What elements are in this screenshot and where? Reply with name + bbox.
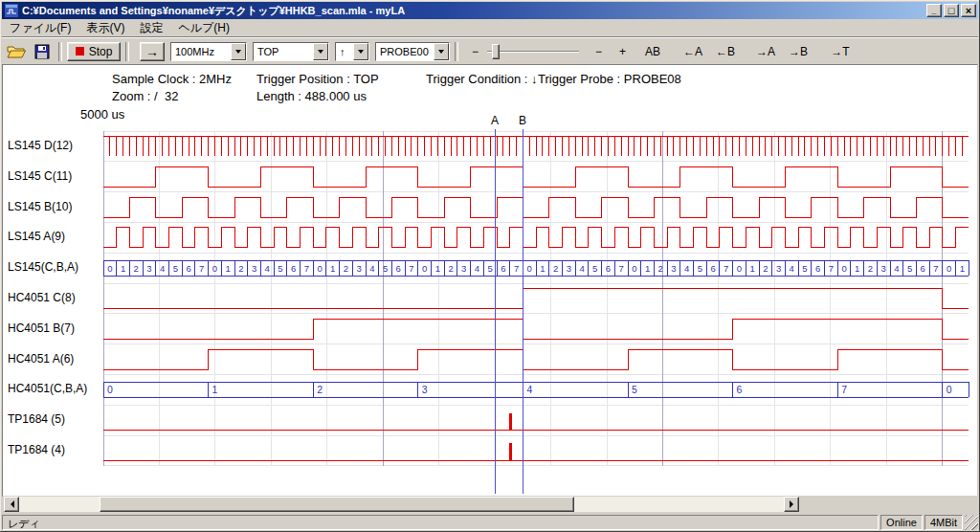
move-right-to-a-button[interactable]: →A — [751, 43, 780, 60]
zoom-in-button[interactable]: + — [614, 43, 631, 60]
move-left-to-a-button[interactable]: ←A — [679, 43, 707, 60]
status-message: レディ — [2, 515, 879, 530]
toolbar-separator — [125, 42, 129, 61]
trigger-position-select[interactable]: TOP — [253, 42, 329, 61]
trigger-position-info: Trigger Position : TOP — [256, 72, 379, 86]
trigger-condition-info: Trigger Condition : ↓ — [426, 72, 538, 86]
zoom-out-button[interactable]: − — [590, 43, 607, 60]
scroll-left-button[interactable] — [4, 497, 19, 512]
scrollbar-thumb[interactable] — [100, 497, 574, 512]
sample-clock-value: 100MHz — [171, 43, 231, 60]
menu-file[interactable]: ファイル(F) — [2, 18, 78, 38]
toolbar-separator — [58, 42, 62, 61]
trigger-edge-value: ↑ — [336, 43, 353, 60]
status-online: Online — [880, 515, 923, 530]
window-title: C:¥Documents and Settings¥noname¥デスクトップ¥… — [22, 4, 926, 18]
chevron-down-icon[interactable] — [434, 43, 449, 60]
trigger-probe-value: PROBE00 — [376, 43, 434, 60]
chevron-down-icon[interactable] — [313, 43, 328, 60]
stop-button[interactable]: Stop — [67, 42, 121, 61]
menu-help[interactable]: ヘルプ(H) — [170, 18, 237, 38]
app-icon — [5, 4, 18, 17]
menu-bar: ファイル(F) 表示(V) 設定 ヘルプ(H) — [2, 19, 978, 37]
open-button[interactable] — [5, 41, 28, 62]
zoom-slider-handle[interactable] — [492, 44, 500, 59]
window-controls: _ □ × — [926, 4, 976, 17]
triangle-right-icon — [790, 500, 797, 508]
triangle-left-icon — [7, 500, 14, 508]
trigger-position-value: TOP — [254, 43, 313, 60]
zoom-slider[interactable] — [487, 42, 579, 61]
save-button[interactable] — [31, 41, 54, 62]
trigger-probe-info: Trigger Probe : PROBE08 — [538, 72, 681, 86]
resize-grip[interactable] — [965, 515, 978, 530]
status-memory: 4MBit — [924, 515, 963, 530]
sample-clock-info: Sample Clock : 2MHz — [112, 72, 232, 86]
slider-min-label: − — [467, 43, 483, 60]
length-info: Length : 488.000 us — [256, 89, 367, 103]
horizontal-scrollbar[interactable] — [2, 497, 978, 513]
waveform-client-area — [2, 64, 978, 497]
sample-clock-select[interactable]: 100MHz — [170, 42, 247, 61]
status-bar: レディ Online 4MBit — [2, 515, 978, 530]
close-button[interactable]: × — [961, 4, 976, 17]
maximize-button[interactable]: □ — [944, 4, 959, 17]
goto-trigger-button[interactable]: →T — [826, 43, 854, 60]
menu-view[interactable]: 表示(V) — [78, 18, 132, 38]
stop-label: Stop — [89, 45, 113, 58]
run-button[interactable]: → — [140, 42, 165, 61]
time-scale-label: 5000 us — [80, 107, 124, 122]
chevron-down-icon[interactable] — [231, 43, 246, 60]
toolbar: Stop → 100MHz TOP ↑ PROBE00 − − + AB ←A … — [2, 37, 978, 64]
trigger-probe-select[interactable]: PROBE00 — [375, 42, 450, 61]
stop-icon — [76, 47, 84, 55]
floppy-save-icon — [34, 44, 50, 59]
zoom-slider-track — [487, 51, 579, 53]
app-window: { "window": { "title": "C:¥Documents and… — [0, 0, 980, 532]
zoom-info: Zoom : / 32 — [112, 89, 178, 103]
title-bar[interactable]: C:¥Documents and Settings¥noname¥デスクトップ¥… — [2, 2, 978, 19]
chevron-down-icon[interactable] — [353, 43, 368, 60]
ab-markers-button[interactable]: AB — [640, 43, 665, 60]
toolbar-separator — [455, 42, 458, 61]
trigger-edge-select[interactable]: ↑ — [335, 42, 369, 61]
menu-settings[interactable]: 設定 — [132, 18, 170, 38]
move-left-to-b-button[interactable]: ←B — [711, 43, 740, 60]
open-folder-icon — [7, 44, 26, 59]
minimize-button[interactable]: _ — [926, 4, 942, 17]
move-right-to-b-button[interactable]: →B — [784, 43, 813, 60]
scroll-right-button[interactable] — [784, 497, 799, 512]
